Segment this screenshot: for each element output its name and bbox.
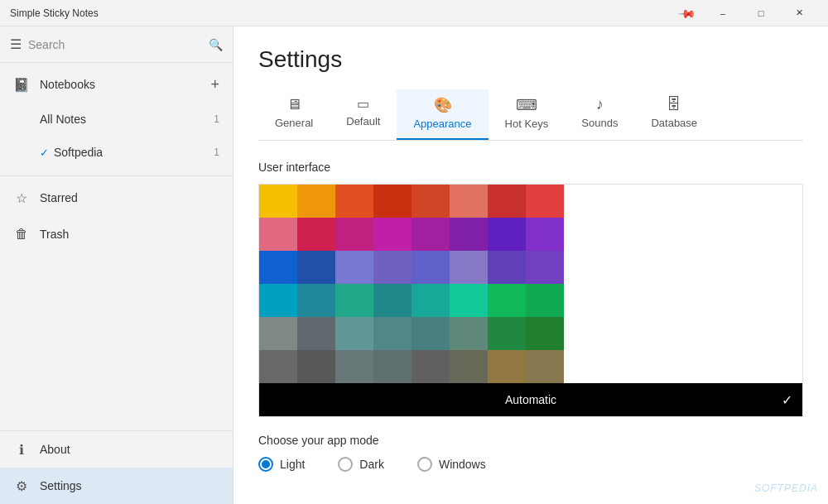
color-swatch[interactable] [412, 284, 450, 317]
color-swatch[interactable] [259, 185, 297, 218]
tab-hotkeys[interactable]: ⌨ Hot Keys [489, 89, 566, 140]
color-swatch[interactable] [412, 350, 450, 383]
color-swatch[interactable] [297, 185, 335, 218]
color-row-2 [259, 218, 802, 251]
default-tab-icon: ▭ [357, 96, 369, 112]
sounds-tab-label: Sounds [581, 117, 618, 129]
mode-windows[interactable]: Windows [417, 457, 486, 472]
hotkeys-tab-label: Hot Keys [505, 118, 549, 130]
color-swatch[interactable] [373, 218, 412, 251]
maximize-button[interactable]: □ [742, 0, 780, 26]
color-swatch[interactable] [488, 251, 526, 284]
minimize-button[interactable]: – [704, 0, 742, 26]
color-swatch[interactable] [488, 284, 526, 317]
starred-label: Starred [40, 191, 219, 204]
content-area: Settings 🖥 General ▭ Default 🎨 Appearanc… [233, 26, 828, 504]
mode-dark[interactable]: Dark [338, 457, 384, 472]
hamburger-icon[interactable]: ☰ [10, 36, 22, 52]
automatic-label: Automatic [505, 393, 556, 406]
color-swatch[interactable] [297, 251, 335, 284]
color-swatch[interactable] [373, 284, 412, 317]
tab-sounds[interactable]: ♪ Sounds [565, 89, 634, 140]
color-swatch[interactable] [488, 317, 526, 350]
sidebar-item-notebooks[interactable]: 📓 Notebooks + [0, 66, 233, 103]
color-swatch[interactable] [412, 218, 450, 251]
trash-icon: 🗑 [13, 227, 30, 242]
color-swatch[interactable] [450, 185, 488, 218]
sidebar: ☰ Search 🔍 📓 Notebooks + All Notes 1 ✓ S… [0, 26, 233, 504]
color-swatch[interactable] [412, 251, 450, 284]
sidebar-bottom: ℹ About ⚙ Settings [0, 430, 233, 504]
color-swatch[interactable] [259, 350, 297, 383]
search-icon[interactable]: 🔍 [209, 38, 223, 51]
sidebar-item-starred[interactable]: ☆ Starred [0, 180, 233, 216]
hotkeys-tab-icon: ⌨ [516, 96, 537, 114]
main-layout: ☰ Search 🔍 📓 Notebooks + All Notes 1 ✓ S… [0, 26, 828, 504]
color-row-6 [259, 350, 802, 383]
color-swatch[interactable] [335, 251, 373, 284]
settings-icon: ⚙ [13, 478, 30, 494]
color-swatch[interactable] [297, 317, 335, 350]
color-swatch[interactable] [259, 251, 297, 284]
tab-appearance[interactable]: 🎨 Appearance [397, 89, 488, 140]
check-icon: ✓ [782, 392, 792, 408]
color-swatch[interactable] [488, 218, 526, 251]
color-swatch[interactable] [335, 218, 373, 251]
color-swatch[interactable] [373, 350, 412, 383]
sidebar-search-row: ☰ Search 🔍 [0, 26, 233, 63]
search-label[interactable]: Search [28, 38, 202, 51]
sidebar-item-all-notes[interactable]: All Notes 1 [0, 103, 233, 136]
color-swatch[interactable] [526, 218, 564, 251]
color-swatch[interactable] [450, 284, 488, 317]
sidebar-item-settings[interactable]: ⚙ Settings [0, 468, 233, 504]
color-swatch[interactable] [412, 185, 450, 218]
color-row-4 [259, 284, 802, 317]
radio-dark-outer [338, 457, 353, 472]
color-swatch[interactable] [412, 317, 450, 350]
tab-database[interactable]: 🗄 Database [634, 89, 714, 140]
color-swatch[interactable] [335, 350, 373, 383]
color-swatch[interactable] [335, 317, 373, 350]
radio-windows-outer [417, 457, 432, 472]
settings-label: Settings [40, 479, 219, 492]
color-swatch[interactable] [526, 317, 564, 350]
color-swatch[interactable] [526, 350, 564, 383]
page-title: Settings [258, 46, 803, 73]
color-swatch[interactable] [488, 185, 526, 218]
color-swatch[interactable] [373, 251, 412, 284]
default-tab-label: Default [346, 115, 380, 127]
color-swatch[interactable] [297, 350, 335, 383]
color-swatch[interactable] [335, 185, 373, 218]
color-swatch[interactable] [526, 185, 564, 218]
trash-label: Trash [40, 228, 219, 241]
color-swatch[interactable] [526, 251, 564, 284]
color-swatch[interactable] [373, 185, 412, 218]
color-swatch[interactable] [488, 350, 526, 383]
color-swatch[interactable] [450, 317, 488, 350]
color-swatch[interactable] [450, 350, 488, 383]
color-swatch[interactable] [526, 284, 564, 317]
add-notebook-button[interactable]: + [210, 76, 219, 94]
color-swatch[interactable] [259, 218, 297, 251]
color-swatch[interactable] [297, 218, 335, 251]
tab-default[interactable]: ▭ Default [330, 89, 397, 140]
tab-general[interactable]: 🖥 General [258, 89, 330, 140]
about-icon: ℹ [13, 442, 30, 458]
sidebar-divider-1 [0, 175, 233, 176]
automatic-color-option[interactable]: Automatic ✓ [259, 383, 802, 416]
sidebar-item-about[interactable]: ℹ About [0, 431, 233, 468]
color-swatch[interactable] [373, 317, 412, 350]
color-swatch[interactable] [335, 284, 373, 317]
color-swatch[interactable] [450, 251, 488, 284]
color-swatch[interactable] [259, 284, 297, 317]
general-tab-icon: 🖥 [286, 96, 301, 113]
close-button[interactable]: ✕ [780, 0, 818, 26]
sidebar-item-trash[interactable]: 🗑 Trash [0, 216, 233, 252]
notebooks-icon: 📓 [13, 77, 30, 93]
sidebar-item-softpedia[interactable]: ✓ Softpedia 1 [0, 136, 233, 169]
color-swatch[interactable] [259, 317, 297, 350]
color-swatch[interactable] [297, 284, 335, 317]
mode-light[interactable]: Light [258, 457, 305, 472]
color-swatch[interactable] [450, 218, 488, 251]
color-row-3 [259, 251, 802, 284]
